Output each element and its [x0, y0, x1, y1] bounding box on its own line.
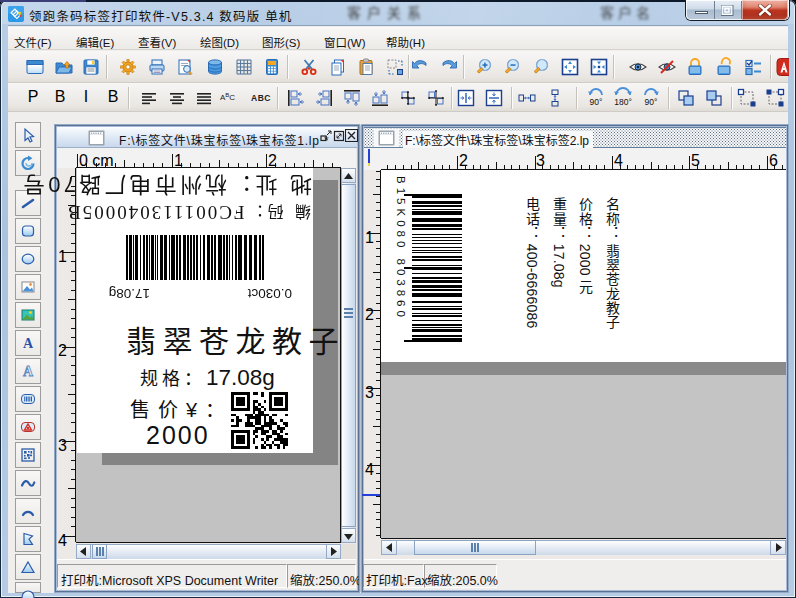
svg-text:A: A [23, 364, 34, 379]
svg-text:90°: 90° [590, 97, 603, 107]
svg-text:90°: 90° [645, 97, 658, 107]
svg-text:180°: 180° [614, 97, 632, 107]
svg-text:A: A [23, 336, 34, 351]
